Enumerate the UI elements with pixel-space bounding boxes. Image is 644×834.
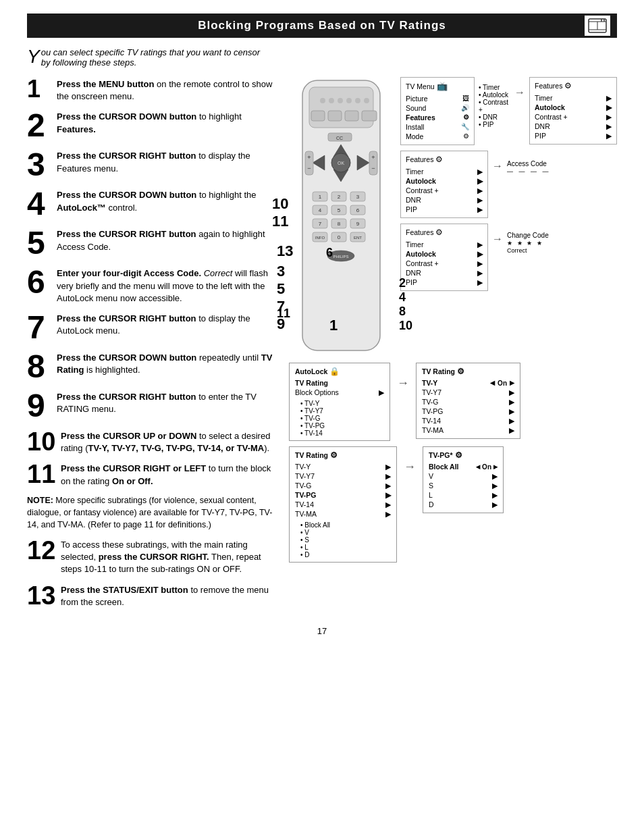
step-3-num: 3 — [27, 149, 57, 181]
al-sub-items: • TV-Y • TV-Y7 • TV-G • TV-PG • TV-14 — [295, 400, 384, 437]
al-block-options: Block Options▶ — [295, 388, 384, 397]
f2-autolock: Autolock▶ — [406, 176, 483, 186]
trs-tv14: TV-14▶ — [295, 500, 391, 509]
step-11: 11 Press the CURSOR RIGHT or LEFT to tur… — [27, 461, 277, 487]
tvpg-d: D▶ — [429, 500, 498, 509]
step-10-num: 10 — [27, 429, 61, 454]
tvpg-box: TV-PG* ⚙ Block All ◀On▶ V▶ S▶ L▶ D▶ — [423, 446, 504, 513]
autolock-section: AutoLock 🔒 TV Rating Block Options▶ • TV… — [289, 363, 390, 441]
trs-tvpg: TV-PG▶ — [295, 490, 391, 500]
tvrating-sub-box: TV Rating ⚙ TV-Y▶ TV-Y7▶ TV-G▶ TV-PG▶ TV… — [289, 446, 397, 563]
tvratingsub-title: TV Rating ⚙ — [295, 450, 391, 460]
features-box-2: Features ⚙ Timer▶ Autolock▶ Contrast +▶ … — [400, 151, 488, 218]
title-icon — [585, 16, 610, 36]
trs-sub-options: • Block All • V • S • L • D — [295, 521, 391, 558]
top-diagram-area: 13 3579 11 1011 1 6 24810 — [289, 77, 617, 356]
tvpg-v: V▶ — [429, 471, 498, 481]
step-11-num: 11 — [27, 461, 61, 487]
svg-text:3: 3 — [356, 194, 360, 200]
step-13-text: Press the STATUS/EXIT button to remove t… — [61, 583, 277, 608]
step-2-num: 2 — [27, 109, 57, 142]
page-number-text: 17 — [317, 626, 327, 636]
f1-timer: Timer▶ — [535, 93, 612, 103]
f3-pip: PIP▶ — [406, 278, 483, 287]
access-code-label: Access Code— — — — — [507, 160, 551, 175]
tv-menu-install: Install 🔧 — [406, 122, 469, 132]
trs-tvma: TV-MA▶ — [295, 509, 391, 519]
tr1-tvma: TV-MA▶ — [422, 425, 514, 435]
tr1-tv14: TV-14▶ — [422, 416, 514, 425]
svg-text:−: − — [371, 165, 375, 172]
step-8-text: Press the CURSOR DOWN button repeatedly … — [57, 350, 277, 376]
f2-contrast: Contrast +▶ — [406, 186, 483, 195]
step-2: 2 Press the CURSOR DOWN button to highli… — [27, 109, 277, 142]
f3-contrast: Contrast +▶ — [406, 259, 483, 268]
svg-rect-17 — [362, 111, 377, 121]
step-1-text: Press the MENU button on the remote cont… — [57, 77, 277, 103]
tv-menu-features: Features ⚙ — [406, 113, 469, 122]
main-layout: 1 Press the MENU button on the remote co… — [27, 77, 617, 615]
svg-text:7: 7 — [319, 221, 322, 227]
f2-timer: Timer▶ — [406, 167, 483, 176]
page-title: Blocking Programs Based on TV Ratings — [198, 19, 446, 32]
f1-pip: PIP▶ — [535, 131, 612, 140]
step-7-text: Press the CURSOR RIGHT button to display… — [57, 311, 277, 337]
f3-dnr: DNR▶ — [406, 268, 483, 278]
arrow-change-code: → — [492, 233, 503, 245]
arrow-to-tvrating: → — [397, 363, 409, 390]
svg-text:ENT: ENT — [354, 236, 362, 240]
page-number: 17 — [27, 626, 617, 636]
step-5-text: Press the CURSOR RIGHT button again to h… — [57, 227, 277, 253]
f2-dnr: DNR▶ — [406, 195, 483, 205]
arrow-to-tvpg: → — [404, 446, 416, 474]
trs-tvg: TV-G▶ — [295, 481, 391, 490]
diagrams-column: 13 3579 11 1011 1 6 24810 — [289, 77, 617, 615]
step-10-text: Press the CURSOR UP or DOWN to select a … — [61, 429, 277, 454]
change-code-area: Change Code ★ ★ ★ ★ Correct — [507, 232, 549, 254]
f1-autolock: Autolock▶ — [535, 103, 612, 112]
features2-title: Features ⚙ — [406, 155, 483, 164]
svg-text:4: 4 — [319, 207, 322, 213]
step-6-num: 6 — [27, 266, 57, 298]
arrow-access-code: → — [492, 160, 503, 172]
tvrating1-title: TV Rating ⚙ — [422, 367, 514, 376]
tvpg-s: S▶ — [429, 481, 498, 490]
step-9-text: Press the CURSOR RIGHT button to enter t… — [57, 390, 277, 415]
autolock-box: AutoLock 🔒 TV Rating Block Options▶ • TV… — [289, 363, 390, 441]
tv-menu-row: TV Menu 📺 Picture 🖼 Sound 🔊 Features ⚙ I… — [400, 77, 617, 145]
step-4-num: 4 — [27, 188, 57, 220]
arrow-to-features1: → — [514, 86, 525, 99]
overlay-13: 13 — [277, 242, 293, 260]
svg-rect-14 — [311, 111, 325, 121]
step-13-num: 13 — [27, 583, 61, 608]
intro-body: ou can select specific TV ratings that y… — [41, 47, 260, 68]
step-1-num: 1 — [27, 77, 57, 101]
svg-text:+: + — [307, 154, 311, 161]
svg-point-13 — [364, 98, 369, 103]
step-10: 10 Press the CURSOR UP or DOWN to select… — [27, 429, 277, 454]
features1-title: Features ⚙ — [535, 81, 612, 90]
step-3: 3 Press the CURSOR RIGHT button to displ… — [27, 149, 277, 181]
step-6-text: Enter your four-digit Access Code. Corre… — [57, 266, 277, 305]
menu-boxes-area: TV Menu 📺 Picture 🖼 Sound 🔊 Features ⚙ I… — [400, 77, 617, 291]
drop-cap: Y — [27, 47, 40, 66]
svg-text:0: 0 — [338, 234, 341, 240]
svg-text:INFO: INFO — [315, 236, 325, 240]
tv-menu-mode: Mode ⚙ — [406, 132, 469, 141]
svg-text:PHILIPS: PHILIPS — [333, 255, 348, 259]
f1-contrast: Contrast +▶ — [535, 112, 612, 122]
tvrating-box-1: TV Rating ⚙ TV-Y ◀On▶ TV-Y7▶ TV-G▶ TV-PG… — [416, 363, 520, 439]
overlay-6: 6 — [326, 246, 333, 260]
steps-column: 1 Press the MENU button on the remote co… — [27, 77, 277, 615]
svg-rect-15 — [328, 111, 342, 121]
tv-menu-picture: Picture 🖼 — [406, 94, 469, 103]
step-12-num: 12 — [27, 538, 61, 563]
tv-menu-box: TV Menu 📺 Picture 🖼 Sound 🔊 Features ⚙ I… — [400, 77, 475, 145]
step-8-num: 8 — [27, 350, 57, 383]
tvpg-blockall: Block All ◀On▶ — [429, 462, 498, 471]
tr1-tvy7: TV-Y7▶ — [422, 388, 514, 397]
features3-row: Features ⚙ Timer▶ Autolock▶ Contrast +▶ … — [400, 224, 617, 291]
tv-menu-sound: Sound 🔊 — [406, 103, 469, 113]
step-3-text: Press the CURSOR RIGHT button to display… — [57, 149, 277, 174]
tr1-tvpg: TV-PG▶ — [422, 407, 514, 416]
